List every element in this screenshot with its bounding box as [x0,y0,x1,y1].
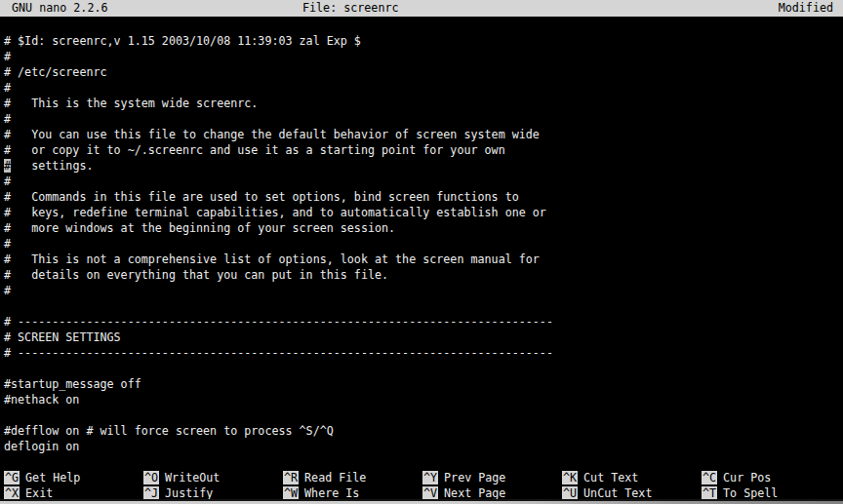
buffer-line[interactable]: # settings. [4,158,843,174]
shortcut-key: ^R [283,471,299,485]
buffer-line[interactable]: # Commands in this file are used to set … [4,189,843,205]
shortcut-key: ^C [702,471,717,485]
buffer-line[interactable]: #defflow on # will force screen to proce… [4,423,843,439]
buffer-line[interactable]: # [4,49,843,64]
shortcut-label: Exit [25,486,53,500]
buffer-line[interactable]: # [4,80,843,96]
shortcut-read-file[interactable]: ^RRead File [283,470,422,485]
buffer-line[interactable]: # --------------------------------------… [4,345,843,361]
shortcut-cur-pos[interactable]: ^CCur Pos [702,470,841,485]
editor-buffer[interactable]: # $Id: screenrc,v 1.15 2003/10/08 11:39:… [4,33,843,454]
shortcut-cut-text[interactable]: ^KCut Text [562,470,702,485]
shortcut-key: ^T [702,486,717,500]
shortcut-label: Cur Pos [723,471,771,485]
buffer-line[interactable]: # more windows at the beginning of your … [4,220,843,236]
buffer-line[interactable] [4,298,843,314]
shortcut-label: Get Help [25,471,80,485]
app-version-label: GNU nano 2.2.6 [12,0,108,17]
buffer-line[interactable] [4,407,843,423]
shortcut-row: ^GGet Help^OWriteOut^RRead File^YPrev Pa… [4,470,843,485]
buffer-line[interactable]: # [4,174,843,189]
shortcut-key: ^W [283,486,299,500]
shortcut-key: ^K [562,471,578,485]
shortcut-label: Cut Text [583,471,638,485]
buffer-line[interactable]: # /etc/screenrc [4,64,843,80]
shortcut-key: ^Y [422,471,438,485]
buffer-line[interactable]: # details on everything that you can put… [4,267,843,283]
shortcut-label: Next Page [444,486,505,500]
shortcut-writeout[interactable]: ^OWriteOut [143,470,283,485]
buffer-line[interactable]: # This is not a comprehensive list of op… [4,252,843,267]
text-cursor: # [4,159,11,173]
shortcut-label: Read File [304,471,366,485]
shortcut-key: ^V [422,486,438,500]
shortcut-label: WriteOut [165,471,220,485]
shortcut-key: ^J [143,486,159,500]
buffer-line[interactable]: # or copy it to ~/.screenrc and use it a… [4,142,843,158]
shortcut-key: ^X [4,486,20,500]
buffer-line[interactable]: # You can use this file to change the de… [4,127,843,142]
shortcut-bar: ^GGet Help^OWriteOut^RRead File^YPrev Pa… [4,470,843,501]
buffer-line[interactable]: # keys, redefine terminal capabilities, … [4,205,843,220]
window-bottom-edge [0,499,843,504]
shortcut-key: ^O [143,471,159,485]
shortcut-label: Justify [165,486,213,500]
buffer-line[interactable]: #startup_message off [4,376,843,392]
buffer-line[interactable]: #nethack on [4,392,843,407]
shortcut-key: ^G [4,471,20,485]
shortcut-label: Where Is [304,486,359,500]
shortcut-key: ^U [562,486,578,500]
buffer-line[interactable]: # [4,111,843,127]
shortcut-prev-page[interactable]: ^YPrev Page [422,470,562,485]
buffer-line[interactable]: deflogin on [4,439,843,454]
file-name-label: File: screenrc [302,0,399,17]
shortcut-label: UnCut Text [583,486,652,500]
buffer-line[interactable] [4,361,843,376]
buffer-line[interactable]: # $Id: screenrc,v 1.15 2003/10/08 11:39:… [4,33,843,49]
buffer-line[interactable]: # [4,236,843,252]
buffer-line[interactable]: # SCREEN SETTINGS [4,330,843,345]
shortcut-label: Prev Page [444,471,505,485]
nano-terminal-window: GNU nano 2.2.6 File: screenrc Modified #… [0,0,843,504]
buffer-line[interactable]: # [4,283,843,298]
modified-status-badge: Modified [779,0,833,17]
shortcut-label: To Spell [723,486,778,500]
buffer-line[interactable]: # --------------------------------------… [4,314,843,330]
shortcut-get-help[interactable]: ^GGet Help [4,470,143,485]
buffer-line[interactable]: # This is the system wide screenrc. [4,96,843,111]
nano-titlebar: GNU nano 2.2.6 File: screenrc Modified [0,0,843,17]
